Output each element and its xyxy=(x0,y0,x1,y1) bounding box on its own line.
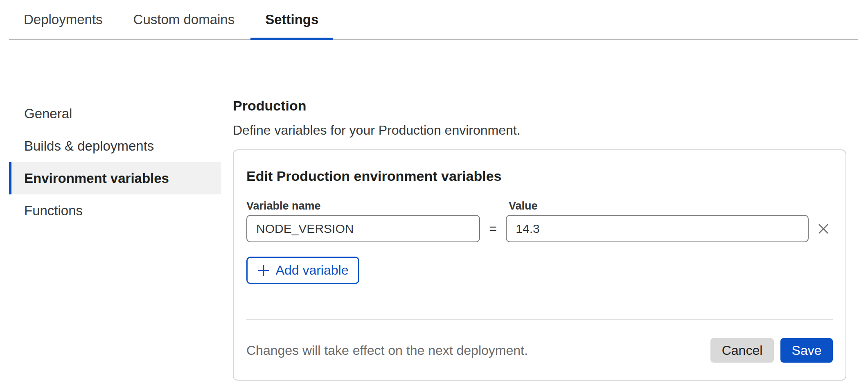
cancel-button[interactable]: Cancel xyxy=(710,338,774,363)
value-label: Value xyxy=(509,200,538,212)
variable-row: = xyxy=(246,215,833,242)
remove-variable-button[interactable] xyxy=(814,219,833,238)
sidebar-item-functions[interactable]: Functions xyxy=(9,194,221,227)
variable-name-input[interactable] xyxy=(246,215,480,242)
card-title: Edit Production environment variables xyxy=(246,168,833,184)
page-title: Production xyxy=(233,97,846,114)
tab-settings-label: Settings xyxy=(265,12,318,27)
sidebar-item-environment-variables-label: Environment variables xyxy=(24,171,169,186)
plus-icon xyxy=(257,264,270,277)
variable-value-input[interactable] xyxy=(506,215,808,242)
tab-deployments[interactable]: Deployments xyxy=(9,0,117,39)
settings-page: Deployments Custom domains Settings Gene… xyxy=(0,0,868,388)
add-variable-button-label: Add variable xyxy=(276,263,349,278)
footer-note: Changes will take effect on the next dep… xyxy=(246,343,528,358)
equals-sign: = xyxy=(480,221,506,236)
page-subtitle: Define variables for your Production env… xyxy=(233,122,846,138)
sidebar-item-builds-deployments[interactable]: Builds & deployments xyxy=(9,130,221,162)
add-variable-button[interactable]: Add variable xyxy=(246,257,359,284)
x-icon xyxy=(817,222,830,235)
sidebar-item-general-label: General xyxy=(24,106,72,122)
settings-sidenav: General Builds & deployments Environment… xyxy=(9,97,221,227)
card-footer: Changes will take effect on the next dep… xyxy=(246,338,833,363)
environment-variables-panel: Production Define variables for your Pro… xyxy=(233,97,846,381)
save-button[interactable]: Save xyxy=(780,338,833,363)
sidebar-item-builds-deployments-label: Builds & deployments xyxy=(24,138,154,154)
project-tabbar: Deployments Custom domains Settings xyxy=(9,0,858,40)
tab-deployments-label: Deployments xyxy=(24,12,103,27)
sidebar-item-general[interactable]: General xyxy=(9,97,221,130)
tab-settings[interactable]: Settings xyxy=(250,0,333,39)
sidebar-item-functions-label: Functions xyxy=(24,203,83,219)
sidebar-item-environment-variables[interactable]: Environment variables xyxy=(9,162,221,194)
tab-custom-domains-label: Custom domains xyxy=(133,12,235,27)
tab-custom-domains[interactable]: Custom domains xyxy=(119,0,250,39)
variable-name-label: Variable name xyxy=(246,200,509,212)
field-labels-row: Variable name Value xyxy=(246,200,833,212)
card-divider xyxy=(246,319,833,320)
edit-variables-card: Edit Production environment variables Va… xyxy=(233,149,846,381)
footer-actions: Cancel Save xyxy=(710,338,833,363)
